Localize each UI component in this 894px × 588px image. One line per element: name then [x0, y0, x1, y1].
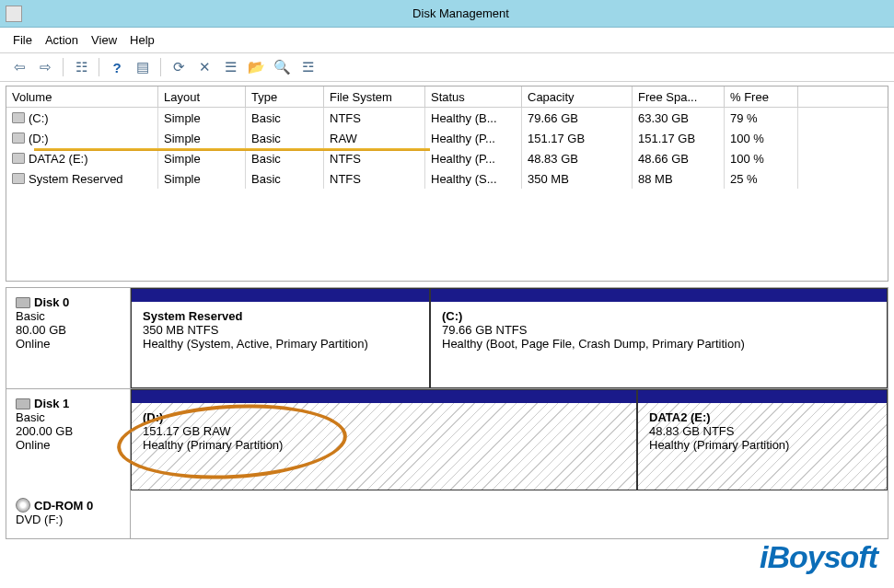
col-volume[interactable]: Volume: [6, 86, 158, 107]
menu-view[interactable]: View: [91, 33, 117, 47]
cell-pctfree: 100 %: [725, 128, 798, 148]
back-icon[interactable]: ⇦: [9, 57, 29, 77]
cdrom-icon: [16, 498, 30, 513]
properties-icon[interactable]: ☰: [220, 57, 240, 77]
disk-icon: [16, 297, 30, 308]
titlebar: Disk Management: [0, 0, 894, 28]
cell-freespace: 88 MB: [633, 168, 725, 189]
partition-header-bar: [132, 390, 636, 403]
table-row[interactable]: DATA2 (E:)SimpleBasicNTFSHealthy (P...48…: [6, 148, 888, 168]
cell-filesystem: NTFS: [324, 148, 425, 168]
cell-capacity: 151.17 GB: [522, 128, 633, 148]
table-row[interactable]: (D:)SimpleBasicRAWHealthy (P...151.17 GB…: [6, 128, 888, 148]
cell-capacity: 48.83 GB: [522, 148, 633, 168]
disk-size: 200.00 GB: [16, 424, 121, 438]
partition-block[interactable]: DATA2 (E:)48.83 GB NTFSHealthy (Primary …: [637, 389, 888, 490]
col-freespace[interactable]: Free Spa...: [633, 86, 725, 107]
forward-icon[interactable]: ⇨: [35, 57, 55, 77]
partition-detail: 79.66 GB NTFS: [442, 323, 876, 337]
disk-icon: [16, 398, 30, 409]
cell-filesystem: NTFS: [324, 108, 425, 128]
partition-status: Healthy (System, Active, Primary Partiti…: [143, 337, 418, 351]
cell-freespace: 48.66 GB: [633, 148, 725, 168]
folder-icon[interactable]: 📂: [246, 57, 266, 77]
partition-header-bar: [638, 390, 887, 403]
app-icon: [6, 6, 22, 22]
partition-header-bar: [431, 289, 887, 302]
refresh-icon[interactable]: ⟳: [168, 57, 189, 77]
drive-icon: [12, 153, 25, 164]
cell-layout: Simple: [158, 168, 246, 189]
partition-name: System Reserved: [143, 309, 418, 323]
volume-name: (C:): [29, 111, 49, 125]
help-icon[interactable]: ?: [107, 57, 127, 77]
partition-status: Healthy (Primary Partition): [143, 438, 625, 452]
table-header-row: Volume Layout Type File System Status Ca…: [6, 86, 888, 108]
menu-bar: File Action View Help: [0, 28, 894, 53]
disk-label: Disk 0Basic80.00 GBOnline: [6, 288, 131, 388]
col-pctfree[interactable]: % Free: [725, 86, 798, 107]
disk-type: Basic: [16, 309, 121, 323]
cdrom-sub: DVD (F:): [16, 513, 121, 526]
view-icon[interactable]: ▤: [133, 57, 153, 77]
cdrom-label: CD-ROM 0 DVD (F:): [6, 490, 131, 538]
partition-block[interactable]: (D:)151.17 GB RAWHealthy (Primary Partit…: [131, 389, 637, 490]
volume-table: Volume Layout Type File System Status Ca…: [6, 86, 888, 282]
partition-header-bar: [132, 289, 429, 302]
disk-row: Disk 1Basic200.00 GBOnline(D:)151.17 GB …: [6, 389, 888, 490]
cell-filesystem: NTFS: [324, 168, 425, 189]
toolbar: ⇦ ⇨ ☷ ? ▤ ⟳ ✕ ☰ 📂 🔍 ☲: [0, 53, 894, 82]
cell-type: Basic: [246, 168, 324, 189]
volume-name: System Reserved: [29, 172, 123, 186]
window-title: Disk Management: [28, 6, 894, 20]
col-capacity[interactable]: Capacity: [522, 86, 633, 107]
action-icon[interactable]: ☲: [297, 57, 318, 77]
menu-help[interactable]: Help: [130, 33, 155, 47]
panel-icon[interactable]: ☷: [71, 57, 91, 77]
col-layout[interactable]: Layout: [158, 86, 246, 107]
highlight-underline: [34, 148, 430, 151]
cell-pctfree: 79 %: [725, 108, 798, 128]
cell-freespace: 63.30 GB: [633, 108, 725, 128]
col-status[interactable]: Status: [425, 86, 522, 107]
volume-name: (D:): [29, 132, 49, 145]
partition-detail: 151.17 GB RAW: [143, 424, 625, 438]
partition-status: Healthy (Boot, Page File, Crash Dump, Pr…: [442, 337, 876, 351]
disk-label: Disk 1Basic200.00 GBOnline: [6, 389, 131, 490]
cell-layout: Simple: [158, 148, 246, 168]
partition-block[interactable]: (C:)79.66 GB NTFSHealthy (Boot, Page Fil…: [430, 288, 888, 388]
cdrom-row[interactable]: CD-ROM 0 DVD (F:): [6, 490, 888, 538]
disk-title: Disk 1: [34, 397, 69, 410]
disk-row: Disk 0Basic80.00 GBOnlineSystem Reserved…: [6, 288, 888, 389]
cell-pctfree: 100 %: [725, 148, 798, 168]
table-empty-area: [6, 189, 888, 281]
partition-detail: 48.83 GB NTFS: [649, 424, 876, 438]
cell-pctfree: 25 %: [725, 168, 798, 189]
partition-status: Healthy (Primary Partition): [649, 438, 876, 452]
cell-layout: Simple: [158, 108, 246, 128]
col-filesystem[interactable]: File System: [324, 86, 425, 107]
partition-detail: 350 MB NTFS: [143, 323, 418, 337]
cell-status: Healthy (B...: [425, 108, 522, 128]
cell-type: Basic: [246, 108, 324, 128]
disk-graphical-view: Disk 0Basic80.00 GBOnlineSystem Reserved…: [6, 287, 888, 539]
delete-icon[interactable]: ✕: [194, 57, 215, 77]
cell-status: Healthy (P...: [425, 128, 522, 148]
drive-icon: [12, 112, 25, 123]
menu-file[interactable]: File: [13, 33, 32, 47]
drive-icon: [12, 133, 25, 144]
drive-icon: [12, 173, 25, 184]
cdrom-title: CD-ROM 0: [34, 499, 93, 513]
volume-name: DATA2 (E:): [29, 152, 88, 166]
cell-type: Basic: [246, 128, 324, 148]
menu-action[interactable]: Action: [45, 33, 78, 47]
search-icon[interactable]: 🔍: [272, 57, 292, 77]
cell-capacity: 350 MB: [522, 168, 633, 189]
disk-state: Online: [16, 438, 121, 452]
partition-block[interactable]: System Reserved350 MB NTFSHealthy (Syste…: [131, 288, 430, 388]
disk-size: 80.00 GB: [16, 323, 121, 337]
table-row[interactable]: (C:)SimpleBasicNTFSHealthy (B...79.66 GB…: [6, 108, 888, 128]
table-row[interactable]: System ReservedSimpleBasicNTFSHealthy (S…: [6, 168, 888, 189]
cell-status: Healthy (S...: [425, 168, 522, 189]
col-type[interactable]: Type: [246, 86, 324, 107]
